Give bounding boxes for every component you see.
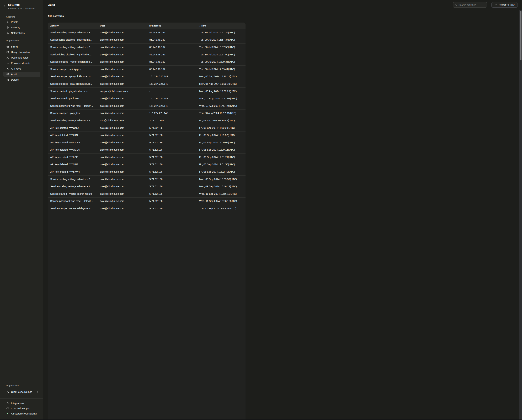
- column-header-time[interactable]: ↓ Time: [199, 24, 246, 27]
- cell-user: dale@clickhouse.com: [100, 104, 149, 107]
- cell-ip: 5.71.62.186: [149, 207, 199, 210]
- cell-ip: 5.71.62.186: [149, 126, 199, 129]
- cell-user: dale@clickhouse.com: [100, 193, 149, 195]
- table-row[interactable]: Service stopped - play.clickhouse.co... …: [48, 73, 246, 80]
- cell-time: Wed, 11 Sep 2024 18:06:16(UTC): [199, 200, 246, 202]
- table-row[interactable]: API key deleted: ****2KNc dale@clickhous…: [48, 132, 246, 139]
- table-row[interactable]: API key created: ****OCB5 dale@clickhous…: [48, 139, 246, 146]
- cell-ip: 85.242.48.167: [149, 38, 199, 41]
- table-row[interactable]: Service stopped - pypi_test dale@clickho…: [48, 110, 246, 117]
- cell-activity: Service scaling settings adjusted - 2...: [48, 119, 100, 122]
- cell-ip: 5.71.62.186: [149, 193, 199, 195]
- sidebar-item-usage-breakdown[interactable]: Usage breakdown: [3, 50, 40, 55]
- table-row[interactable]: Service stopped - observability-demo dal…: [48, 205, 246, 210]
- table-row[interactable]: Service password was reset - dale@... da…: [48, 198, 246, 205]
- sidebar-item-label: API keys: [11, 67, 21, 70]
- table-row[interactable]: API key deleted: ****OCB5 dale@clickhous…: [48, 146, 246, 154]
- account-nav: ProfileSecurityNotifications: [0, 19, 43, 36]
- cell-user: dale@clickhouse.com: [100, 68, 149, 70]
- cell-activity: API key deleted: ****CbzJ: [48, 126, 100, 129]
- table-row[interactable]: Service stopped - clickpipes dale@clickh…: [48, 66, 246, 73]
- table-row[interactable]: Service scaling settings adjusted - 3...…: [48, 44, 246, 51]
- table-row[interactable]: Service idling disabled - play.clickho..…: [48, 36, 246, 44]
- cell-time: Tue, 30 Jul 2024 16:57:50(UTC): [199, 53, 246, 56]
- bell-icon: [6, 32, 9, 35]
- column-header-user[interactable]: User: [100, 24, 149, 27]
- table-row[interactable]: Service stopped - play.clickhouse.co... …: [48, 80, 246, 88]
- sidebar-item-label: Security: [11, 26, 20, 29]
- sidebar-header: Settings Return to your service view: [0, 0, 43, 10]
- table-row[interactable]: Service scaling settings adjusted - 2...…: [48, 117, 246, 124]
- table-row[interactable]: Service password was reset - dale@... da…: [48, 102, 246, 110]
- cell-activity: Service started - play.clickhouse.co...: [48, 90, 100, 93]
- table-row[interactable]: Service idling disabled - sql.clickhou..…: [48, 51, 246, 58]
- page-title: Audit: [48, 3, 55, 6]
- organization-nav: BillingUsage breakdownUsers and rolesPri…: [0, 44, 43, 82]
- cell-activity: Service started - pypi_test: [48, 97, 100, 100]
- cell-user: dale@clickhouse.com: [100, 200, 149, 202]
- cell-time: Wed, 11 Sep 2024 10:56:11(UTC): [199, 193, 246, 195]
- sidebar: Settings Return to your service view Acc…: [0, 0, 43, 210]
- sidebar-item-label: Usage breakdown: [11, 51, 31, 54]
- table-row[interactable]: Service started - play.clickhouse.co... …: [48, 88, 246, 95]
- table-row[interactable]: API key created: ****hBI3 dale@clickhous…: [48, 154, 246, 161]
- table-row[interactable]: API key deleted: ****hBI3 dale@clickhous…: [48, 161, 246, 168]
- table-row[interactable]: Service scaling settings adjusted - 3...…: [48, 176, 246, 183]
- cell-time: Mon, 05 Aug 2024 15:36:12(UTC): [199, 75, 246, 78]
- table-row[interactable]: API key created: ****bXWT dale@clickhous…: [48, 168, 246, 176]
- table-row[interactable]: Service stopped - Vector search res... d…: [48, 58, 246, 66]
- column-header-activity[interactable]: Activity: [48, 24, 100, 27]
- cell-ip: 5.71.62.186: [149, 163, 199, 166]
- sidebar-item-label: Notifications: [11, 32, 25, 34]
- sidebar-item-label: Users and roles: [11, 56, 29, 59]
- cell-activity: Service stopped - play.clickhouse.co...: [48, 75, 100, 78]
- cell-activity: Service scaling settings adjusted - 3...: [48, 31, 100, 34]
- usage-chart-icon: [6, 51, 9, 54]
- sidebar-item-api-keys[interactable]: API keys: [3, 66, 40, 71]
- cell-time: Tue, 30 Jul 2024 16:57:50(UTC): [199, 46, 246, 48]
- sidebar-item-label: Billing: [11, 45, 18, 48]
- cell-activity: API key deleted: ****2KNc: [48, 134, 100, 137]
- table-row[interactable]: Service scaling settings adjusted - 1...…: [48, 183, 246, 190]
- return-to-service-link[interactable]: Return to your service view: [8, 7, 41, 10]
- cell-activity: Service scaling settings adjusted - 1...: [48, 185, 100, 188]
- sidebar-item-private-endpoints[interactable]: Private endpoints: [3, 61, 40, 66]
- cell-user: dale@clickhouse.com: [100, 163, 149, 166]
- sidebar-item-billing[interactable]: Billing: [3, 44, 40, 49]
- cell-activity: Service scaling settings adjusted - 3...: [48, 46, 100, 48]
- cell-time: Fri, 06 Sep 2024 12:00:16(UTC): [199, 148, 246, 151]
- sidebar-item-security[interactable]: Security: [3, 25, 40, 30]
- table-row[interactable]: API key deleted: ****CbzJ dale@clickhous…: [48, 124, 246, 132]
- cell-user: dale@clickhouse.com: [100, 97, 149, 100]
- cell-ip: 85.242.48.167: [149, 60, 199, 63]
- sidebar-item-label: Details: [11, 78, 19, 81]
- cell-ip: 5.71.62.186: [149, 200, 199, 202]
- table-row[interactable]: Service started - Vector search results …: [48, 190, 246, 198]
- main-header: Audit Export To CSV: [44, 0, 261, 10]
- sidebar-item-users-and-roles[interactable]: Users and roles: [3, 55, 40, 60]
- cell-time: Tue, 30 Jul 2024 16:57:34(UTC): [199, 38, 246, 41]
- sidebar-item-details[interactable]: Details: [3, 77, 40, 82]
- cell-user: dale@clickhouse.com: [100, 156, 149, 159]
- users-icon: [6, 56, 9, 59]
- sidebar-item-label: Private endpoints: [11, 62, 30, 64]
- cell-time: Fri, 06 Sep 2024 12:02:42(UTC): [199, 171, 246, 173]
- cell-user: dale@clickhouse.com: [100, 38, 149, 41]
- table-row[interactable]: Service scaling settings adjusted - 3...…: [48, 29, 246, 36]
- sidebar-item-label: Profile: [11, 21, 18, 23]
- cell-ip: 5.71.62.186: [149, 148, 199, 151]
- cell-activity: Service stopped - play.clickhouse.co...: [48, 82, 100, 85]
- sidebar-item-audit[interactable]: Audit: [3, 72, 40, 77]
- table-body: Service scaling settings adjusted - 3...…: [48, 29, 246, 210]
- cell-activity: Service stopped - pypi_test: [48, 112, 100, 115]
- cell-user: dale@clickhouse.com: [100, 185, 149, 188]
- cell-activity: Service password was reset - dale@...: [48, 104, 100, 107]
- column-header-ip[interactable]: IP address: [149, 24, 199, 27]
- sidebar-item-notifications[interactable]: Notifications: [3, 31, 40, 36]
- cell-user: dale@clickhouse.com: [100, 171, 149, 173]
- sidebar-item-profile[interactable]: Profile: [3, 19, 40, 25]
- table-row[interactable]: Service started - pypi_test dale@clickho…: [48, 95, 246, 102]
- billing-icon: [6, 45, 9, 48]
- back-chevron-icon[interactable]: [3, 5, 6, 8]
- cell-ip: 85.242.48.167: [149, 31, 199, 34]
